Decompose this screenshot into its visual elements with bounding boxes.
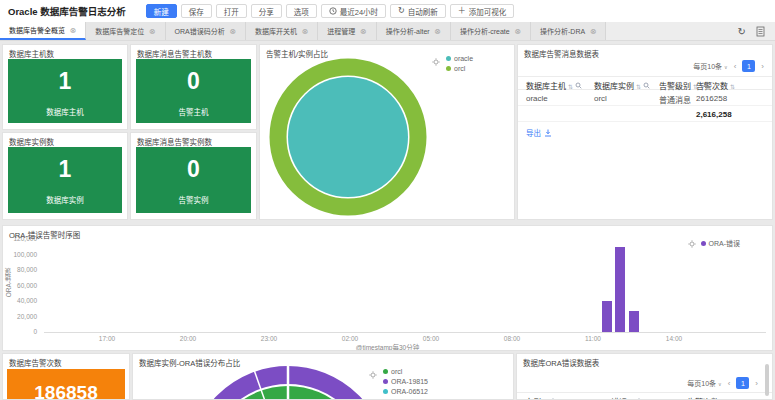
legend-dot xyxy=(383,369,388,374)
table-header-row: 数据库主机⇅ 数据库实例⇅ 告警级别⇅ 告警次数⇅ xyxy=(518,76,772,90)
panel-alert-host-count: 数据库消息告警主机数 0 告警主机 xyxy=(130,44,257,130)
table-header-row: 实例⇅ ORA-错误⇅ 告警次数⇅ xyxy=(517,392,772,400)
next-page-button[interactable]: › xyxy=(761,62,764,71)
tab-overview[interactable]: 数据库告警全概览⊗ xyxy=(0,22,86,40)
panel-title: 数据库消息告警实例数 xyxy=(137,136,212,147)
col-header-ora-error[interactable]: ORA-错误⇅ xyxy=(591,396,643,400)
refresh-icon: ↻ xyxy=(398,7,405,15)
legend-item-orcl[interactable]: orcl xyxy=(383,368,428,375)
report-doc-icon[interactable] xyxy=(756,26,765,37)
kpi-label: 数据库实例 xyxy=(46,194,84,205)
legend-dot xyxy=(383,379,388,384)
tab-close-icon[interactable]: ⊗ xyxy=(230,27,236,36)
tab-bar: 数据库告警全概览⊗ 数据库告警定位⊗ ORA错误码分析⊗ 数据库开关机⊗ 进程管… xyxy=(0,22,775,41)
search-icon[interactable] xyxy=(575,82,582,89)
legend-item-orcl[interactable]: orcl xyxy=(446,65,473,72)
page-size-select[interactable]: 每页10条 ∨ xyxy=(687,378,721,388)
download-icon xyxy=(544,129,552,137)
clock-icon xyxy=(329,7,337,15)
kpi-db-host: 1 数据库主机 xyxy=(8,59,122,123)
tab-alter[interactable]: 操作分析-alter⊗ xyxy=(377,22,451,40)
x-tick-label: 08:00 xyxy=(497,335,527,342)
tab-close-icon[interactable]: ⊗ xyxy=(515,27,521,36)
new-button[interactable]: 新建 xyxy=(146,4,177,18)
kpi-value: 186858 xyxy=(34,382,97,400)
tab-db-switch[interactable]: 数据库开关机⊗ xyxy=(246,22,318,40)
panel-title: ORA-错误告警时序图 xyxy=(9,229,80,240)
tab-close-icon[interactable]: ⊗ xyxy=(70,26,76,35)
tab-ora-code[interactable]: ORA错误码分析⊗ xyxy=(166,22,246,40)
legend-item-ora-error[interactable]: ORA-错误 xyxy=(701,238,741,248)
time-range-button[interactable]: 最近24小时 xyxy=(321,4,386,18)
add-visualization-button[interactable]: ＋ 添加可视化 xyxy=(450,4,515,18)
legend-item-ora-19815[interactable]: ORA-19815 xyxy=(383,378,428,385)
legend-gear-icon[interactable] xyxy=(432,58,440,66)
x-tick-label: 11:00 xyxy=(578,335,608,342)
tab-process[interactable]: 进程管理⊗ xyxy=(318,22,376,40)
header: Oracle 数据库告警日志分析 新建 保存 打开 分享 选项 最近24小时 ↻… xyxy=(0,0,775,22)
legend-item-ora-06512[interactable]: ORA-06512 xyxy=(383,388,428,395)
prev-page-button[interactable]: ‹ xyxy=(734,62,737,71)
col-header-instance[interactable]: 实例⇅ xyxy=(525,396,557,400)
legend-dot xyxy=(446,56,451,61)
y-tick-label: 80,000 xyxy=(17,266,37,273)
prev-page-button[interactable]: ‹ xyxy=(728,379,731,388)
kpi-value: 1 xyxy=(59,156,72,183)
panel-title: 数据库消息告警主机数 xyxy=(137,48,212,59)
col-header-alert-count[interactable]: 告警次数⇅ xyxy=(687,396,726,400)
table-pagination: 每页10条 ∨ ‹ 1 › xyxy=(517,376,772,390)
y-tick-label: 60,000 xyxy=(17,282,37,289)
cell-db-host: oracle xyxy=(526,94,548,103)
tab-close-icon[interactable]: ⊗ xyxy=(302,27,308,36)
tab-create[interactable]: 操作分析-create⊗ xyxy=(451,22,531,40)
table-total-row: 2,616,258 xyxy=(518,106,772,122)
legend-item-oracle[interactable]: oracle xyxy=(446,55,473,62)
search-icon[interactable] xyxy=(643,82,650,89)
page-title: Oracle 数据库告警日志分析 xyxy=(8,4,126,18)
tab-close-icon[interactable]: ⊗ xyxy=(590,27,596,36)
tab-dra[interactable]: 操作分析-DRA⊗ xyxy=(531,22,606,40)
save-button[interactable]: 保存 xyxy=(181,4,212,18)
legend-gear-icon[interactable] xyxy=(688,240,696,248)
panel-title: 数据库告警次数 xyxy=(9,357,62,368)
tab-close-icon[interactable]: ⊗ xyxy=(435,27,441,36)
timeseries-ylabel: ORA-错误 xyxy=(4,268,14,297)
x-tick-label: 02:00 xyxy=(335,335,365,342)
panel-alert-count: 数据库告警次数 186858 xyxy=(2,353,130,400)
table-row: oracle orcl 普通消息 2616258 xyxy=(518,90,772,106)
timeseries-bar xyxy=(615,247,625,332)
panel-title: 数据库ORA错误数据表 xyxy=(523,357,599,368)
x-tick-label: 20:00 xyxy=(173,335,203,342)
scrollbar-thumb[interactable] xyxy=(765,364,769,396)
kpi-db-instance: 1 数据库实例 xyxy=(8,147,122,213)
cell-db-instance: orcl xyxy=(594,94,607,103)
auto-refresh-button[interactable]: ↻ 自动刷新 xyxy=(390,4,446,18)
x-tick-label: 17:00 xyxy=(92,335,122,342)
kpi-alert-count: 186858 xyxy=(7,369,125,400)
legend-gear-icon[interactable] xyxy=(369,371,377,379)
refresh-icon[interactable]: ↻ xyxy=(738,26,746,37)
panel-title: 数据库告警消息数据表 xyxy=(524,48,599,59)
x-tick-label: 23:00 xyxy=(254,335,284,342)
tab-close-icon[interactable]: ⊗ xyxy=(149,27,155,36)
page-size-select[interactable]: 每页10条 ∨ xyxy=(693,61,727,71)
page-number[interactable]: 1 xyxy=(742,60,755,72)
legend-dot xyxy=(446,66,451,71)
options-button[interactable]: 选项 xyxy=(286,4,317,18)
export-link[interactable]: 导出 xyxy=(526,127,552,138)
page-number[interactable]: 1 xyxy=(736,377,749,389)
tab-close-icon[interactable]: ⊗ xyxy=(360,27,366,36)
kpi-value: 0 xyxy=(187,68,200,95)
share-button[interactable]: 分享 xyxy=(251,4,282,18)
total-alert-count: 2,616,258 xyxy=(696,110,732,119)
chevron-down-icon: ∨ xyxy=(724,64,728,70)
panel-title: 数据库实例数 xyxy=(9,136,54,147)
open-button[interactable]: 打开 xyxy=(216,4,247,18)
tab-alert-locate[interactable]: 数据库告警定位⊗ xyxy=(86,22,165,40)
kpi-label: 数据库主机 xyxy=(46,106,84,117)
next-page-button[interactable]: › xyxy=(755,379,758,388)
kpi-alert-instance: 0 告警实例 xyxy=(136,147,251,213)
timeseries-bar xyxy=(629,311,639,332)
x-tick-label: 05:00 xyxy=(416,335,446,342)
y-tick-label: 100,000 xyxy=(14,251,38,258)
